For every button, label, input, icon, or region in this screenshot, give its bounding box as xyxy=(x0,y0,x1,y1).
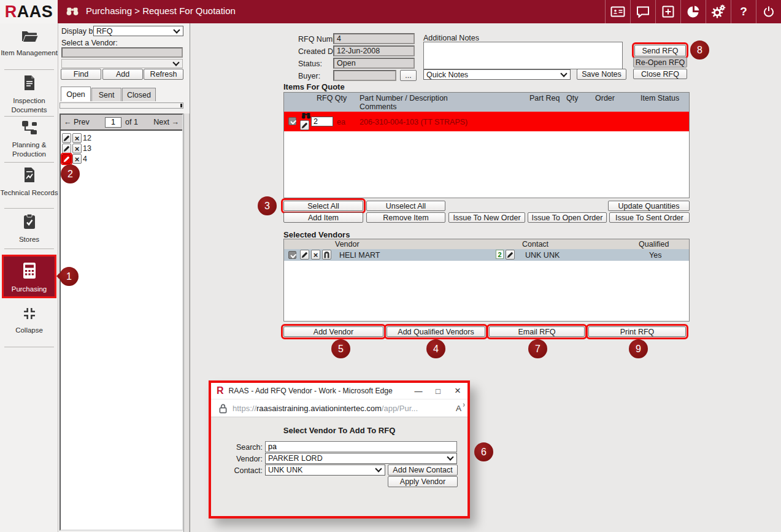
find-button[interactable]: Find xyxy=(61,69,101,80)
buyer-input[interactable] xyxy=(333,70,396,81)
close-rfq-button[interactable]: Close RFQ xyxy=(633,69,687,79)
send-rfq-button[interactable]: Send RFQ xyxy=(634,45,686,56)
col-qty: Qty xyxy=(566,94,578,102)
annotation-badge-5: 5 xyxy=(331,339,350,358)
sidebar-item-purchasing[interactable]: Purchasing xyxy=(2,255,56,298)
close-button[interactable]: × xyxy=(448,383,467,399)
tab-closed[interactable]: Closed xyxy=(122,88,156,101)
lock-icon[interactable] xyxy=(218,403,228,414)
edit-pencil-icon-highlighted[interactable] xyxy=(62,154,71,164)
sidebar-item-stores[interactable]: Stores xyxy=(0,214,58,244)
add-qualified-vendors-button[interactable]: Add Qualified Vendors xyxy=(387,326,485,337)
add-vendor-button[interactable]: Add Vendor xyxy=(283,326,383,337)
edit-pencil-icon[interactable] xyxy=(62,144,71,153)
minimize-button[interactable]: — xyxy=(409,383,428,399)
sidebar-divider xyxy=(4,116,54,117)
sidebar-item-planning-production[interactable]: Planning & Production xyxy=(0,120,58,159)
maximize-button[interactable]: □ xyxy=(428,383,448,399)
sidebar-item-inspection-documents[interactable]: Inspection Documents xyxy=(0,75,58,115)
popup-title-bar[interactable]: R RAAS - Add RFQ Vendor - Work - Microso… xyxy=(211,383,467,399)
contact-card-icon[interactable] xyxy=(605,0,630,23)
app-logo[interactable]: RAAS xyxy=(0,0,58,23)
list-item[interactable]: × 12 xyxy=(62,133,182,143)
issue-to-new-order-button[interactable]: Issue To New Order xyxy=(448,212,525,223)
reopen-rfq-button[interactable]: Re-Open RFQ xyxy=(633,57,687,67)
item-checkbox-checked[interactable] xyxy=(288,117,296,125)
contact-select-value: UNK UNK xyxy=(268,466,302,474)
read-aloud-icon[interactable]: A xyxy=(456,404,461,413)
horizontal-scrollbar[interactable] xyxy=(60,102,183,109)
annotation-badge-8: 8 xyxy=(690,40,709,60)
apply-vendor-button[interactable]: Apply Vendor xyxy=(388,476,458,487)
vendor-search-input[interactable] xyxy=(61,47,183,58)
add-new-contact-button[interactable]: Add New Contact xyxy=(388,465,458,476)
add-button[interactable]: Add xyxy=(102,69,143,80)
sidebar-label: Item Management xyxy=(1,49,58,56)
list-item-selected[interactable]: × 4 xyxy=(62,154,182,164)
unselect-all-button[interactable]: Unselect All xyxy=(366,201,445,211)
pie-chart-icon[interactable] xyxy=(680,0,706,23)
page-input[interactable] xyxy=(105,117,121,128)
additional-notes-textarea[interactable] xyxy=(423,42,623,69)
vendor-qualified: Yes xyxy=(649,251,661,260)
chevron-down-icon xyxy=(174,60,179,66)
sidebar-item-collapse[interactable]: Collapse xyxy=(0,307,58,335)
delete-x-icon[interactable]: × xyxy=(72,154,82,164)
edit-pencil-icon[interactable] xyxy=(506,250,515,260)
list-item[interactable]: × 13 xyxy=(62,144,182,153)
buyer-browse-button[interactable]: ... xyxy=(400,70,417,81)
item-row-selected[interactable]: ea 206-310-004-103 (TT STRAPS) xyxy=(284,112,689,131)
list-item-id: 12 xyxy=(83,134,91,142)
vendor-checkbox-checked[interactable] xyxy=(288,251,296,259)
delete-x-icon[interactable]: × xyxy=(72,133,82,143)
edit-pencil-icon[interactable] xyxy=(62,133,71,143)
popup-url-bar[interactable]: https://raasaistraining.aviationintertec… xyxy=(211,399,467,417)
edit-pencil-icon[interactable] xyxy=(300,120,309,130)
refresh-button[interactable]: Refresh xyxy=(144,69,183,80)
contact-select[interactable]: UNK UNK xyxy=(265,465,385,476)
sidebar-item-item-management[interactable]: Item Management xyxy=(0,29,58,58)
sidebar-item-technical-records[interactable]: Technical Records xyxy=(0,167,58,198)
scrollbar-thumb[interactable] xyxy=(180,104,182,107)
display-by-select[interactable]: RFQ xyxy=(93,26,183,36)
email-rfq-button[interactable]: Email RFQ xyxy=(489,326,585,337)
annotation-badge-9: 9 xyxy=(629,339,648,358)
delete-x-icon[interactable]: × xyxy=(311,250,320,260)
add-window-icon[interactable] xyxy=(655,0,680,23)
settings-gears-icon[interactable] xyxy=(706,0,731,23)
vendor-search-input[interactable] xyxy=(265,441,457,452)
magnet-icon[interactable] xyxy=(322,250,331,260)
next-button[interactable]: Next → xyxy=(153,118,179,126)
prev-button[interactable]: ← Prev xyxy=(64,118,90,126)
edit-pencil-icon[interactable] xyxy=(300,250,309,260)
tab-sent[interactable]: Sent xyxy=(91,88,121,101)
rfq-qty-input[interactable] xyxy=(311,117,333,126)
tab-open[interactable]: Open xyxy=(61,87,91,101)
help-icon[interactable]: ? xyxy=(731,0,756,23)
delete-x-icon[interactable]: × xyxy=(72,144,82,153)
issue-to-open-order-button[interactable]: Issue To Open Order xyxy=(528,212,607,223)
annotation-badge-6: 6 xyxy=(474,442,493,461)
remove-item-button[interactable]: Remove Item xyxy=(366,212,445,223)
update-quantities-button[interactable]: Update Quantities xyxy=(608,201,690,211)
save-notes-button[interactable]: Save Notes xyxy=(577,69,626,80)
add-item-button[interactable]: Add Item xyxy=(283,212,363,223)
sidebar-divider xyxy=(4,162,54,163)
chevron-down-icon xyxy=(561,71,567,77)
power-icon[interactable] xyxy=(756,0,781,23)
select-all-button[interactable]: Select All xyxy=(283,201,363,211)
vertical-scrollbar[interactable] xyxy=(183,114,190,532)
popup-window-title: RAAS - Add RFQ Vendor - Work - Microsoft… xyxy=(229,387,409,395)
binoculars-icon[interactable] xyxy=(301,112,312,121)
issue-to-sent-order-button[interactable]: Issue To Sent Order xyxy=(609,212,690,223)
quick-notes-select[interactable]: Quick Notes xyxy=(423,69,571,80)
inspection-document-icon xyxy=(21,75,38,93)
vendor-select[interactable]: PARKER LORD xyxy=(265,453,457,464)
print-rfq-button[interactable]: Print RFQ xyxy=(588,326,686,337)
vendor-select[interactable] xyxy=(61,59,183,68)
vendor-row[interactable]: × HELI MART 2 UNK UNK Yes xyxy=(284,249,689,261)
quote-count-icon[interactable]: 2 xyxy=(496,250,504,259)
list-item-id: 4 xyxy=(83,155,87,163)
page-count: of 1 xyxy=(125,118,138,126)
chat-icon[interactable] xyxy=(630,0,655,23)
